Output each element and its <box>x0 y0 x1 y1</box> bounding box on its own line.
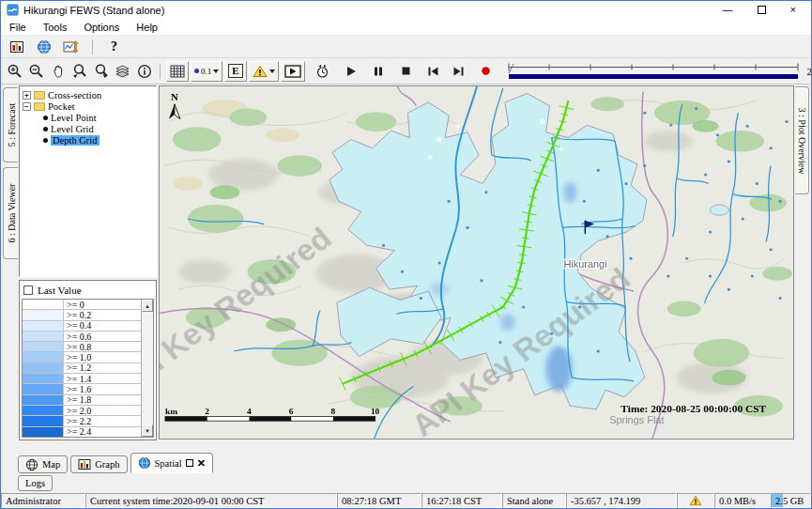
tab-spatial[interactable]: Spatial ✕ <box>130 453 213 473</box>
sidebar-tab-forecast[interactable]: 5 : Forecast <box>3 87 18 162</box>
minimize-icon[interactable]: — <box>723 5 733 15</box>
legend-panel: Last Value >= 0 >= 0.2 >= 0.4 <box>19 280 157 440</box>
svg-text:6: 6 <box>289 407 294 416</box>
classbreak-value-dropdown[interactable]: 0.1 <box>191 61 222 82</box>
warning-threshold-dropdown[interactable] <box>249 61 279 82</box>
status-memory: 2.5 GB <box>771 493 811 508</box>
elevation-button[interactable]: E <box>224 61 246 82</box>
pause-button[interactable] <box>369 61 389 81</box>
zoom-out-icon[interactable] <box>26 61 46 81</box>
grid-display-button[interactable] <box>166 61 189 82</box>
menu-item[interactable]: Tools <box>35 22 76 33</box>
tab-graph[interactable]: Graph <box>70 455 127 473</box>
legend-row[interactable]: >= 1.6 <box>23 384 141 394</box>
pan-hand-icon[interactable] <box>48 61 68 81</box>
menu-item[interactable]: Options <box>75 22 128 33</box>
folder-icon <box>34 102 45 111</box>
zoom-next-icon[interactable] <box>91 61 111 81</box>
warning-icon <box>689 495 702 506</box>
status-coordinates: -35.657 , 174.199 <box>566 493 677 508</box>
legend-row-label: >= 2.4 <box>64 427 141 437</box>
legend-row-label: >= 2.2 <box>64 416 141 425</box>
tab-map-label: Map <box>42 459 60 470</box>
legend-row[interactable]: >= 0.8 <box>23 342 141 352</box>
skip-to-start-button[interactable] <box>423 61 443 81</box>
logs-button[interactable]: Logs <box>18 475 53 491</box>
globe-blue-icon <box>138 456 151 470</box>
tab-plot-overview[interactable]: 3 : Plot Overview <box>795 86 809 194</box>
status-warning-cell[interactable] <box>677 493 714 508</box>
legend-row[interactable]: >= 0.4 <box>23 321 141 332</box>
zoom-in-icon[interactable] <box>5 61 24 81</box>
legend-row[interactable]: >= 1.0 <box>23 352 141 362</box>
legend-row[interactable]: >= 0.2 <box>23 310 141 320</box>
status-network-rate: 0.0 MB/s <box>714 493 771 508</box>
archive-database-icon[interactable] <box>7 37 26 56</box>
legend-row[interactable]: >= 1.2 <box>23 363 141 374</box>
dataset-tree: + Cross-section − Pocket Level Point Lev… <box>19 85 157 277</box>
undock-icon[interactable] <box>186 459 193 467</box>
last-value-checkbox[interactable] <box>23 285 33 295</box>
tab-map[interactable]: Map <box>18 455 68 473</box>
animation-settings-clock-icon[interactable] <box>313 61 332 81</box>
map-canvas[interactable]: API Key Required API Key Required Hikura… <box>160 86 793 439</box>
legend-color-swatch <box>23 332 64 341</box>
legend-row[interactable]: >= 1.4 <box>23 374 141 384</box>
skip-to-end-button[interactable] <box>449 61 468 81</box>
tree-item-cross-section[interactable]: + Cross-section <box>21 89 155 100</box>
legend-color-swatch <box>23 395 64 405</box>
help-button[interactable]: ? <box>104 37 124 56</box>
status-system-time: Current system time:2020-09-01 00:00 CST <box>85 493 337 508</box>
tree-item-level-grid[interactable]: Level Grid <box>21 123 155 134</box>
legend-color-swatch <box>23 310 64 319</box>
legend-color-swatch <box>23 342 64 351</box>
last-value-label: Last Value <box>38 285 82 296</box>
sidebar-tab-data-viewer[interactable]: 6 : Data Viewer <box>3 167 18 259</box>
timeseries-display-icon[interactable] <box>61 37 81 56</box>
legend-row[interactable]: >= 2.2 <box>23 416 141 426</box>
close-icon[interactable]: × <box>790 5 796 15</box>
tree-item-pocket[interactable]: − Pocket <box>21 100 155 112</box>
tab-plot-overview-label: 3 : Plot Overview <box>797 107 807 174</box>
classbreak-value: 0.1 <box>201 67 211 76</box>
tree-item-label-selected: Depth Grid <box>51 135 100 146</box>
play-button[interactable] <box>342 61 361 81</box>
spatial-map[interactable]: API Key Required API Key Required Hikura… <box>159 85 794 440</box>
status-gmt-time: 08:27:18 GMT <box>337 493 421 508</box>
warning-icon <box>253 65 268 78</box>
status-user: Administrator <box>1 493 85 508</box>
info-icon[interactable] <box>134 61 154 81</box>
legend-scrollbar[interactable]: ▲ ▼ <box>141 300 153 437</box>
maximize-icon[interactable] <box>758 6 766 14</box>
legend-row-label: >= 0.6 <box>64 332 141 341</box>
expand-icon[interactable]: + <box>23 91 31 100</box>
legend-row[interactable]: >= 0 <box>23 300 141 310</box>
scroll-up-icon[interactable]: ▲ <box>142 300 153 312</box>
collapse-icon[interactable]: − <box>23 102 31 111</box>
main-toolbar: ? <box>1 36 811 57</box>
menu-item[interactable]: Help <box>128 22 166 33</box>
tree-item-depth-grid[interactable]: Depth Grid <box>21 134 155 146</box>
legend-row[interactable]: >= 1.8 <box>23 395 141 406</box>
window-title: Hikurangi FEWS (Stand alone) <box>23 5 164 16</box>
svg-text:10: 10 <box>371 407 380 416</box>
globe-explorer-icon[interactable] <box>34 37 54 56</box>
zoom-previous-icon[interactable] <box>69 61 89 81</box>
legend-row-label: >= 1.0 <box>64 352 141 362</box>
record-button[interactable] <box>476 61 496 81</box>
toolbar-separator <box>92 39 93 54</box>
tree-item-level-point[interactable]: Level Point <box>21 112 155 123</box>
legend-row[interactable]: >= 2.0 <box>23 406 141 416</box>
legend-color-swatch <box>23 427 64 437</box>
layers-icon[interactable] <box>113 61 132 81</box>
timeline-slider[interactable] <box>505 61 802 82</box>
animation-display-button[interactable] <box>281 61 305 82</box>
legend-row[interactable]: >= 0.6 <box>23 332 141 342</box>
close-tab-icon[interactable]: ✕ <box>197 458 206 468</box>
legend-row[interactable]: >= 2.4 <box>23 427 141 437</box>
scroll-down-icon[interactable]: ▼ <box>142 424 153 437</box>
chevron-down-icon <box>213 69 219 73</box>
menu-item[interactable]: File <box>1 22 35 33</box>
stop-button[interactable] <box>396 61 416 81</box>
legend-color-swatch <box>23 384 64 393</box>
